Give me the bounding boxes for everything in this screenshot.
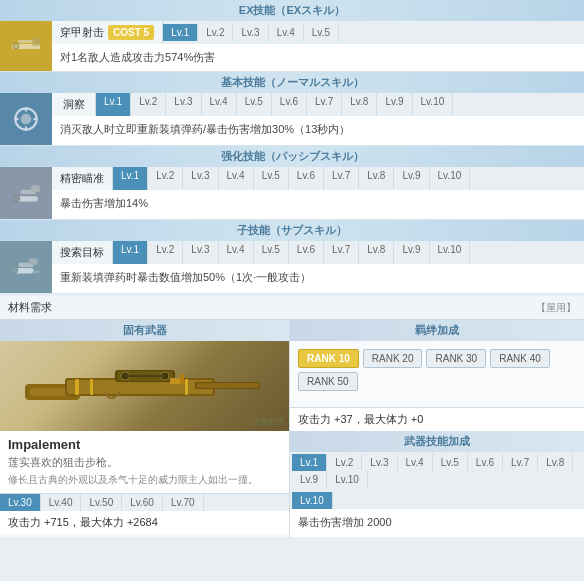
passive-skill-name: 精密瞄准 (52, 167, 113, 190)
ex-level-tabs: Lv.1 Lv.2 Lv.3 Lv.4 Lv.5 (163, 24, 584, 41)
sub-skill-content: 搜索目标 Lv.1 Lv.2 Lv.3 Lv.4 Lv.5 Lv.6 Lv.7 … (52, 241, 584, 293)
sub-lv10-tab[interactable]: Lv.10 (430, 241, 471, 264)
svg-point-17 (11, 267, 17, 273)
passive-lv1-tab[interactable]: Lv.1 (113, 167, 148, 190)
passive-skill-header: 强化技能（パッシブスキル） (0, 146, 584, 167)
basic-lv7-tab[interactable]: Lv.7 (307, 93, 342, 116)
basic-lv1-tab[interactable]: Lv.1 (96, 93, 131, 116)
skill-boost-desc: 暴击伤害增加 2000 (290, 509, 584, 536)
sub-lv2-tab[interactable]: Lv.2 (148, 241, 183, 264)
svg-rect-32 (185, 379, 188, 395)
boost-lv10-display[interactable]: Lv.10 (292, 492, 333, 509)
boost-lv1-tab[interactable]: Lv.1 (292, 454, 327, 471)
sub-lv3-tab[interactable]: Lv.3 (183, 241, 218, 264)
boost-lv10-tab[interactable]: Lv.10 (327, 471, 368, 488)
ex-lv3-tab[interactable]: Lv.3 (233, 24, 268, 41)
weapon-lv30-tab[interactable]: Lv.30 (0, 494, 41, 511)
basic-skill-row: 洞察 Lv.1 Lv.2 Lv.3 Lv.4 Lv.5 Lv.6 Lv.7 Lv… (0, 93, 584, 146)
sub-lv4-tab[interactable]: Lv.4 (219, 241, 254, 264)
sub-skill-section: 子技能（サブスキル） 搜索目标 Lv.1 Lv.2 Lv.3 Lv.4 Lv.5 (0, 220, 584, 294)
sub-skill-header: 子技能（サブスキル） (0, 220, 584, 241)
rank30-btn[interactable]: RANK 30 (426, 349, 486, 368)
rank-row-2: RANK 50 (298, 372, 576, 391)
basic-skill-header: 基本技能（ノーマルスキル） (0, 72, 584, 93)
sub-lv6-tab[interactable]: Lv.6 (289, 241, 324, 264)
sub-lv5-tab[interactable]: Lv.5 (254, 241, 289, 264)
svg-rect-1 (18, 40, 34, 43)
rank10-btn[interactable]: RANK 10 (298, 349, 359, 368)
basic-lv5-tab[interactable]: Lv.5 (237, 93, 272, 116)
passive-lv4-tab[interactable]: Lv.4 (219, 167, 254, 190)
rank-panel-header: 羁绊加成 (290, 320, 584, 341)
boost-lv3-tab[interactable]: Lv.3 (362, 454, 397, 471)
ex-lv4-tab[interactable]: Lv.4 (269, 24, 304, 41)
passive-skill-icon-box (0, 167, 52, 219)
basic-skill-icon (10, 103, 42, 135)
ex-skill-row: 穿甲射击 COST 5 Lv.1 Lv.2 Lv.3 Lv.4 Lv.5 对1名… (0, 21, 584, 72)
boost-lv4-tab[interactable]: Lv.4 (398, 454, 433, 471)
boost-lv9-tab[interactable]: Lv.9 (292, 471, 327, 488)
boost-lv5-tab[interactable]: Lv.5 (433, 454, 468, 471)
weapon-info: Impalement 莲实喜欢的狙击步枪。 修长且古典的外观以及杀气十足的威力限… (0, 431, 289, 493)
ex-lv5-tab[interactable]: Lv.5 (304, 24, 339, 41)
weapon-lv40-tab[interactable]: Lv.40 (41, 494, 82, 511)
basic-lv8-tab[interactable]: Lv.8 (342, 93, 377, 116)
skill-boost-header: 武器技能加成 (290, 431, 584, 452)
passive-skill-row: 精密瞄准 Lv.1 Lv.2 Lv.3 Lv.4 Lv.5 Lv.6 Lv.7 … (0, 167, 584, 220)
weapon-lv50-tab[interactable]: Lv.50 (81, 494, 122, 511)
rank50-btn[interactable]: RANK 50 (298, 372, 358, 391)
ex-skill-tab-row: 穿甲射击 COST 5 Lv.1 Lv.2 Lv.3 Lv.4 Lv.5 (52, 21, 584, 44)
sub-level-tabs: Lv.1 Lv.2 Lv.3 Lv.4 Lv.5 Lv.6 Lv.7 Lv.8 … (113, 241, 584, 264)
basic-skill-desc: 消灭敌人时立即重新装填弹药/暴击伤害增加30%（13秒内） (52, 116, 584, 143)
basic-lv9-tab[interactable]: Lv.9 (377, 93, 412, 116)
materials-title: 材料需求 (8, 300, 52, 315)
ex-lv1-tab[interactable]: Lv.1 (163, 24, 198, 41)
basic-lv2-tab[interactable]: Lv.2 (131, 93, 166, 116)
ex-lv2-tab[interactable]: Lv.2 (198, 24, 233, 41)
passive-lv5-tab[interactable]: Lv.5 (254, 167, 289, 190)
cost-badge: COST 5 (108, 25, 154, 40)
passive-lv8-tab[interactable]: Lv.8 (359, 167, 394, 190)
boost-lv8-tab[interactable]: Lv.8 (538, 454, 573, 471)
materials-content: 固有武器 (0, 320, 584, 536)
weapon-rifle-svg (25, 356, 265, 416)
basic-lv4-tab[interactable]: Lv.4 (202, 93, 237, 116)
rank-stats: 攻击力 +37，最大体力 +0 (290, 407, 584, 431)
boost-lv2-tab[interactable]: Lv.2 (327, 454, 362, 471)
boost-lv7-tab[interactable]: Lv.7 (503, 454, 538, 471)
sub-lv1-tab[interactable]: Lv.1 (113, 241, 148, 264)
passive-lv10-tab[interactable]: Lv.10 (430, 167, 471, 190)
passive-lv2-tab[interactable]: Lv.2 (148, 167, 183, 190)
weapon-flavor: 修长且古典的外观以及杀气十足的威力限主人如出一撞。 (8, 473, 281, 487)
sub-lv8-tab[interactable]: Lv.8 (359, 241, 394, 264)
passive-lv3-tab[interactable]: Lv.3 (183, 167, 218, 190)
svg-rect-24 (197, 383, 259, 388)
basic-lv3-tab[interactable]: Lv.3 (166, 93, 201, 116)
weapon-lv60-tab[interactable]: Lv.60 (122, 494, 163, 511)
basic-lv6-tab[interactable]: Lv.6 (272, 93, 307, 116)
sub-skill-icon (10, 251, 42, 283)
ex-skill-section: EX技能（EXスキル） 穿甲射击 COST 5 Lv.1 Lv.2 Lv.3 (0, 0, 584, 72)
svg-rect-18 (33, 271, 39, 274)
weapon-lv70-tab[interactable]: Lv.70 (163, 494, 204, 511)
basic-skill-tab-row: 洞察 Lv.1 Lv.2 Lv.3 Lv.4 Lv.5 Lv.6 Lv.7 Lv… (52, 93, 584, 116)
ex-skill-desc: 对1名敌人造成攻击力574%伤害 (52, 44, 584, 71)
rank40-btn[interactable]: RANK 40 (490, 349, 550, 368)
passive-lv9-tab[interactable]: Lv.9 (394, 167, 429, 190)
passive-lv6-tab[interactable]: Lv.6 (289, 167, 324, 190)
ex-skill-icon (10, 30, 42, 62)
svg-rect-3 (32, 38, 40, 46)
passive-skill-desc: 暴击伤害增加14% (52, 190, 584, 217)
passive-lv7-tab[interactable]: Lv.7 (324, 167, 359, 190)
svg-rect-29 (125, 375, 165, 377)
rank20-btn[interactable]: RANK 20 (363, 349, 423, 368)
svg-point-5 (21, 114, 32, 125)
boost-lv6-tab[interactable]: Lv.6 (468, 454, 503, 471)
sub-lv9-tab[interactable]: Lv.9 (394, 241, 429, 264)
basic-lv10-tab[interactable]: Lv.10 (413, 93, 454, 116)
sub-lv7-tab[interactable]: Lv.7 (324, 241, 359, 264)
basic-skill-content: 洞察 Lv.1 Lv.2 Lv.3 Lv.4 Lv.5 Lv.6 Lv.7 Lv… (52, 93, 584, 145)
ex-skill-header: EX技能（EXスキル） (0, 0, 584, 21)
weapon-panel-header: 固有武器 (0, 320, 289, 341)
sub-skill-tab-row: 搜索目标 Lv.1 Lv.2 Lv.3 Lv.4 Lv.5 Lv.6 Lv.7 … (52, 241, 584, 264)
